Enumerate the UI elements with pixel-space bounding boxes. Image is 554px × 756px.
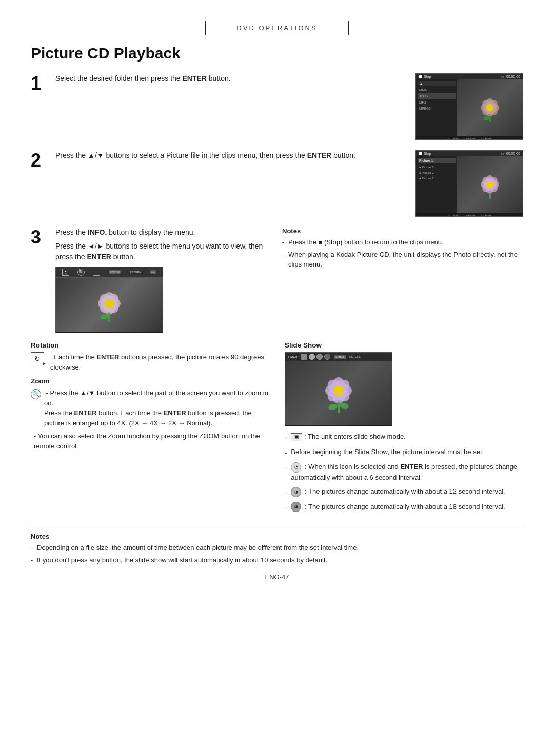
- notes-list: Press the ■ (Stop) button to return to t…: [282, 237, 523, 270]
- slide-note-3: - ◔ : When this icon is selected and ENT…: [285, 462, 523, 482]
- notes-item-1: Press the ■ (Stop) button to return to t…: [282, 237, 523, 248]
- step-2-number: 2: [31, 151, 46, 170]
- zoom-row: 🔍 :- Press the ▲/▼ button to select the …: [31, 388, 269, 428]
- zoom-icon: 🔍: [31, 389, 41, 399]
- page-number: ENG-47: [31, 573, 523, 581]
- svg-point-24: [333, 385, 344, 396]
- svg-rect-5: [489, 116, 491, 122]
- rotation-row: ↻ ▶ : Each time the ENTER button is pres…: [31, 352, 269, 372]
- bottom-notes-title: Notes: [31, 533, 523, 540]
- two-col-section: Rotation ↻ ▶ : Each time the ENTER butto…: [31, 341, 523, 517]
- notes-item-2: When playing a Kodak Picture CD, the uni…: [282, 250, 523, 270]
- svg-rect-18: [108, 313, 110, 322]
- bottom-notes-list: Depending on a file size, the amount of …: [31, 543, 523, 565]
- zoom-section: Zoom 🔍 :- Press the ▲/▼ button to select…: [31, 377, 269, 451]
- svg-point-4: [486, 104, 493, 111]
- slide-mode-icon: ▣: [291, 433, 302, 441]
- timer-12-icon: ◑: [291, 487, 301, 497]
- step-3-row: 3 Press the INFO. button to display the …: [31, 227, 523, 333]
- step-2: 2 Press the ▲/▼ buttons to select a Pict…: [31, 150, 523, 217]
- timer-6-icon: ◔: [291, 462, 301, 473]
- dvd-header: DVD OPERATIONS: [205, 21, 349, 35]
- step-3-number: 3: [31, 228, 46, 247]
- left-column: Rotation ↻ ▶ : Each time the ENTER butto…: [31, 341, 269, 517]
- step-1: 1 Select the desired folder then press t…: [31, 73, 523, 140]
- slide-note-1: - ▣ : The unit enters slide show mode.: [285, 432, 523, 443]
- notes-box: Notes Press the ■ (Stop) button to retur…: [282, 227, 523, 333]
- slide-note-2: - Before beginning the Slide Show, the p…: [285, 447, 523, 458]
- slide-note-5: - ◕ : The pictures change automatically …: [285, 502, 523, 513]
- right-column: Slide Show TIMER: ENTER RETURN: [285, 341, 523, 517]
- step-3-area: 3 Press the INFO. button to display the …: [31, 227, 272, 333]
- zoom-heading: Zoom: [31, 377, 269, 385]
- step-1-number: 1: [31, 74, 46, 93]
- bottom-note-1: Depending on a file size, the amount of …: [31, 543, 523, 553]
- svg-point-19: [99, 313, 108, 320]
- screen-2: Stop off 00:00:00 Picture 1 ■Picture 1 ■…: [416, 150, 523, 217]
- screen-1: Stop off 00:00:00 ◄ MMA JPEG MP3 MPEG3: [416, 73, 523, 140]
- step-1-text: Select the desired folder then press the…: [55, 73, 406, 84]
- notes-title: Notes: [282, 227, 523, 235]
- bottom-notes: Notes Depending on a file size, the amou…: [31, 527, 523, 565]
- svg-point-17: [105, 299, 114, 308]
- zoom-text: :- Press the ▲/▼ button to select the pa…: [44, 388, 269, 428]
- rotation-heading: Rotation: [31, 341, 269, 349]
- step-2-text: Press the ▲/▼ buttons to select a Pictur…: [55, 150, 406, 161]
- slide-show-screen: TIMER: ENTER RETURN: [285, 352, 392, 426]
- svg-point-26: [327, 403, 338, 412]
- svg-rect-12: [489, 193, 491, 199]
- zoom-sub: - You can also select the Zoom function …: [31, 431, 269, 451]
- slide-notes: - ▣ : The unit enters slide show mode. -…: [285, 432, 523, 513]
- slide-note-4: - ◑ : The pictures change automatically …: [285, 486, 523, 498]
- svg-rect-25: [338, 402, 340, 413]
- rotation-description: : Each time the ENTER button is pressed,…: [50, 352, 269, 372]
- svg-point-11: [486, 181, 493, 188]
- rotation-icon: ↻ ▶: [31, 352, 46, 367]
- timer-18-icon: ◕: [291, 502, 301, 512]
- step-3-text: Press the INFO. button to display the me…: [55, 227, 272, 262]
- rotation-section: Rotation ↻ ▶ : Each time the ENTER butto…: [31, 341, 269, 372]
- page-title: Picture CD Playback: [31, 45, 523, 62]
- slide-show-heading: Slide Show: [285, 341, 523, 349]
- bottom-note-2: If you don't press any button, the slide…: [31, 555, 523, 565]
- screen-3: ↻ 🔍 ENTER RETURN AA: [55, 267, 163, 333]
